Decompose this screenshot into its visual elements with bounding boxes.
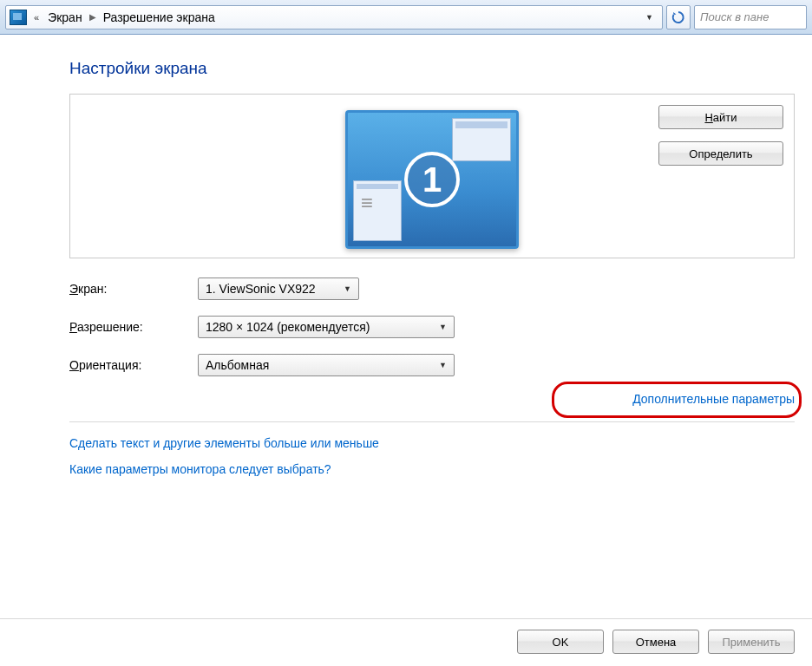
advanced-settings-link[interactable]: Дополнительные параметры: [632, 392, 795, 406]
chevron-down-icon: ▼: [344, 284, 351, 293]
advanced-link-row: Дополнительные параметры: [69, 392, 795, 406]
orientation-select[interactable]: Альбомная ▼: [198, 354, 455, 376]
resolution-select[interactable]: 1280 × 1024 (рекомендуется) ▼: [198, 316, 455, 338]
breadcrumb-separator-icon: ▶: [88, 12, 98, 22]
chevron-down-icon: ▼: [439, 361, 447, 369]
display-label: Экран:: [69, 282, 198, 296]
page-title: Настройки экрана: [69, 59, 795, 78]
orientation-label: Ориентация:: [69, 358, 198, 372]
monitor-preview[interactable]: 1: [345, 110, 519, 249]
monitor-number-badge: 1: [404, 152, 460, 207]
breadcrumb-display[interactable]: Экран: [43, 10, 88, 24]
display-preview-panel: 1 Найти Определить: [69, 94, 795, 258]
refresh-button[interactable]: [666, 5, 691, 29]
chevron-down-icon: ▼: [439, 323, 447, 331]
preview-window-icon: [353, 180, 402, 241]
help-links: Сделать текст и другие элементы больше и…: [69, 436, 795, 476]
breadcrumb-resolution[interactable]: Разрешение экрана: [98, 10, 220, 24]
content-area: Настройки экрана 1 Найти Определить Экра…: [0, 35, 812, 476]
breadcrumb[interactable]: « Экран ▶ Разрешение экрана ▼: [5, 5, 663, 29]
identify-button[interactable]: Определить: [658, 141, 783, 166]
search-input[interactable]: Поиск в пане: [694, 5, 807, 29]
divider: [69, 421, 795, 422]
history-chevron-icon[interactable]: «: [30, 12, 43, 23]
control-panel-icon: [10, 10, 27, 25]
orientation-select-value: Альбомная: [206, 358, 269, 372]
breadcrumb-dropdown-icon[interactable]: ▼: [640, 13, 658, 22]
cancel-button[interactable]: Отмена: [612, 630, 699, 654]
display-row: Экран: 1. ViewSonic VX922 ▼: [69, 278, 795, 300]
resolution-label: Разрешение:: [69, 320, 198, 334]
address-bar: « Экран ▶ Разрешение экрана ▼ Поиск в па…: [0, 0, 812, 35]
dialog-button-bar: OK Отмена Применить: [0, 618, 812, 654]
apply-button[interactable]: Применить: [708, 630, 795, 654]
search-placeholder: Поиск в пане: [700, 10, 769, 23]
resolution-row: Разрешение: 1280 × 1024 (рекомендуется) …: [69, 316, 795, 338]
refresh-icon: [671, 10, 685, 24]
display-select[interactable]: 1. ViewSonic VX922 ▼: [198, 278, 359, 300]
panel-buttons: Найти Определить: [658, 105, 783, 166]
which-settings-link[interactable]: Какие параметры монитора следует выбрать…: [69, 462, 795, 476]
text-size-link[interactable]: Сделать текст и другие элементы больше и…: [69, 436, 795, 450]
ok-button[interactable]: OK: [517, 630, 604, 654]
preview-window-icon: [452, 118, 511, 161]
find-button[interactable]: Найти: [658, 105, 783, 129]
orientation-row: Ориентация: Альбомная ▼: [69, 354, 795, 376]
resolution-select-value: 1280 × 1024 (рекомендуется): [206, 320, 370, 334]
display-select-value: 1. ViewSonic VX922: [206, 282, 316, 296]
